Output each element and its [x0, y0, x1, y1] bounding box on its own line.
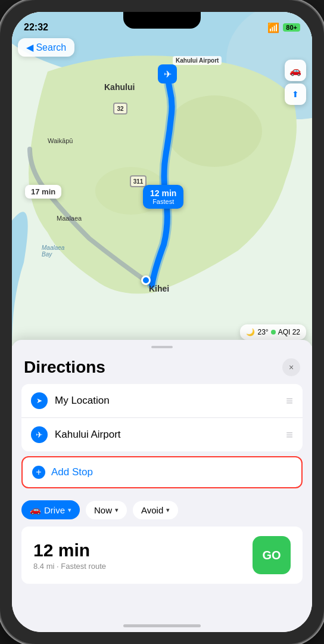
badge-12min-fastest: Fastest	[150, 198, 176, 205]
route-badge-12min[interactable]: 12 min Fastest	[143, 185, 183, 209]
weather-icon: 🌙	[246, 328, 255, 336]
airport-label-text: Kahului Airport	[55, 429, 281, 441]
close-button[interactable]: ×	[282, 358, 300, 376]
now-filter-button[interactable]: Now ▾	[86, 501, 127, 519]
route-time: 12 min	[33, 540, 106, 561]
plane-icon: ✈	[36, 430, 43, 439]
add-stop-button[interactable]: + Add Stop	[21, 456, 303, 488]
map-area[interactable]: Kahului Waikāpū Maalaea MaalaeaBay Kihei…	[12, 12, 312, 346]
road-badge-32: 32	[113, 103, 127, 114]
map-car-mode-button[interactable]: 🚗	[285, 60, 306, 81]
aqi-indicator	[271, 330, 276, 335]
route-item-my-location: ➤ My Location ≡	[21, 384, 303, 417]
svg-point-2	[167, 95, 262, 167]
route-item-airport: ✈ Kahului Airport ≡	[21, 417, 303, 451]
avoid-filter-label: Avoid	[141, 505, 163, 515]
phone-screen: 22:32 📶 80+	[12, 12, 312, 632]
battery-indicator: 80+	[283, 23, 300, 32]
sheet-header: Directions ×	[12, 348, 312, 384]
my-location-icon: ➤	[31, 392, 48, 409]
add-stop-plus-icon: +	[32, 466, 45, 479]
location-arrow-icon: ➤	[36, 397, 42, 405]
map-location-button[interactable]: ⬆	[285, 83, 306, 105]
weather-temp: 23°	[257, 328, 268, 336]
notch	[123, 12, 201, 29]
add-stop-label: Add Stop	[51, 466, 93, 478]
filter-row: 🚗 Drive ▾ Now ▾ Avoid ▾	[12, 493, 312, 527]
badge-12min-time: 12 min	[150, 188, 176, 198]
drive-filter-button[interactable]: 🚗 Drive ▾	[21, 500, 80, 519]
avoid-chevron-icon: ▾	[166, 506, 170, 514]
add-stop-container: + Add Stop	[21, 456, 303, 488]
now-chevron-icon: ▾	[115, 506, 119, 514]
drive-chevron-icon: ▾	[68, 506, 71, 514]
wifi-icon: 📶	[267, 22, 279, 33]
airport-pin: ✈	[158, 64, 177, 83]
map-background: Kahului Waikāpū Maalaea MaalaeaBay Kihei…	[12, 12, 312, 346]
airport-icon: ✈	[31, 426, 48, 443]
route-list: ➤ My Location ≡ ✈ Kahului Airport ≡	[21, 384, 303, 451]
status-icons: 📶 80+	[267, 22, 300, 33]
map-controls: 🚗 ⬆	[285, 60, 306, 105]
directions-title: Directions	[24, 358, 105, 377]
road-badge-311: 311	[130, 175, 147, 187]
search-back-button[interactable]: ◀ Search	[18, 38, 74, 57]
route-badge-17min[interactable]: 17 min	[25, 185, 61, 199]
my-location-label: My Location	[55, 395, 281, 407]
drive-filter-label: Drive	[44, 505, 65, 515]
drag-handle-icon-1[interactable]: ≡	[286, 428, 293, 442]
airport-label: Kahului Airport	[173, 56, 222, 65]
car-filter-icon: 🚗	[30, 504, 41, 515]
phone-frame: 22:32 📶 80+	[0, 0, 324, 644]
go-button[interactable]: GO	[253, 536, 291, 574]
route-summary-info: 12 min 8.4 mi · Fastest route	[33, 540, 106, 571]
weather-widget: 🌙 23° AQI 22	[240, 324, 306, 340]
route-summary: 12 min 8.4 mi · Fastest route GO	[21, 527, 303, 584]
aqi-label: AQI 22	[278, 328, 300, 336]
avoid-filter-button[interactable]: Avoid ▾	[133, 501, 178, 519]
route-details: 8.4 mi · Fastest route	[33, 562, 106, 571]
directions-panel: Directions × ➤ My Location ≡ ✈	[12, 340, 312, 632]
home-indicator	[123, 624, 201, 627]
status-time: 22:32	[24, 22, 48, 33]
drag-handle-icon-0[interactable]: ≡	[286, 394, 293, 408]
route-current-position	[141, 275, 151, 285]
now-filter-label: Now	[94, 505, 112, 515]
